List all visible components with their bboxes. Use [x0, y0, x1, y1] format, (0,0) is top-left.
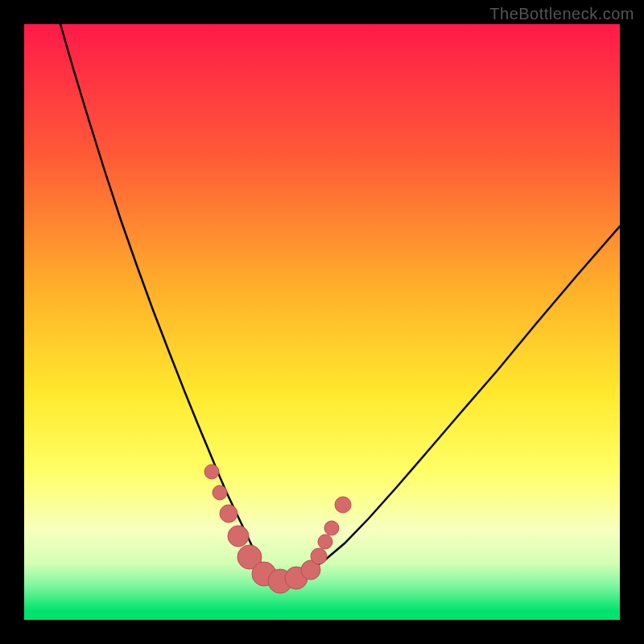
curve-marker: [220, 505, 237, 522]
gradient-background: [24, 24, 620, 620]
chart-svg: [24, 24, 620, 620]
curve-marker: [324, 521, 339, 535]
curve-marker: [204, 464, 219, 479]
curve-marker: [311, 548, 327, 564]
watermark-text: TheBottleneck.com: [489, 5, 634, 23]
curve-marker: [318, 535, 332, 549]
chart-frame: TheBottleneck.com: [0, 0, 644, 644]
plot-area: [24, 24, 620, 620]
curve-marker: [228, 526, 249, 547]
curve-marker: [213, 485, 227, 500]
curve-marker: [335, 497, 351, 513]
